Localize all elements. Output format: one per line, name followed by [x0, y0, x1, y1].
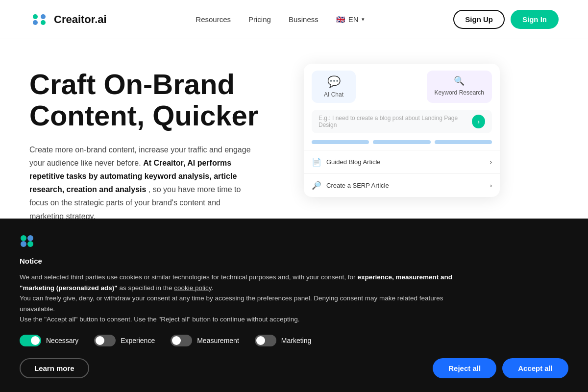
measurement-toggle[interactable]: [171, 335, 192, 346]
list-item-1-label: Guided Blog Article: [326, 158, 381, 166]
header-actions: Sign Up Sign In: [453, 10, 559, 29]
measurement-label: Measurement: [197, 337, 239, 344]
cookie-toggles: Necessary Experience Measurement Marketi…: [20, 335, 568, 346]
serp-icon: 🔎: [312, 181, 321, 190]
reject-all-button[interactable]: Reject all: [433, 358, 496, 378]
cookie-policy-link[interactable]: cookie policy: [174, 284, 211, 292]
nav-pricing[interactable]: Pricing: [248, 15, 271, 24]
svg-point-0: [33, 14, 38, 19]
ui-input-row[interactable]: E.g.: I need to create a blog post about…: [312, 110, 492, 133]
nav-resources[interactable]: Resources: [196, 15, 231, 24]
cookie-actions: Learn more Reject all Accept all: [20, 358, 568, 378]
document-icon: 📄: [312, 157, 321, 167]
logo-icon: [29, 10, 49, 29]
cookie-line2: You can freely give, deny, or withdraw y…: [20, 294, 443, 313]
ui-input-placeholder: E.g.: I need to create a blog post about…: [318, 115, 472, 128]
accept-all-button[interactable]: Accept all: [502, 358, 568, 378]
hero-right: 💬 AI Chat 🔍 Keyword Research E.g.: I nee…: [304, 64, 559, 223]
ai-chat-label: AI Chat: [324, 91, 343, 98]
keyword-research-badge: 🔍 Keyword Research: [427, 71, 492, 103]
header: Creaitor.ai Resources Pricing Business 🇬…: [0, 0, 588, 39]
cookie-logo-icon: [20, 234, 39, 247]
ui-card-top: 💬 AI Chat 🔍 Keyword Research: [304, 64, 500, 103]
ui-tabs: [304, 140, 500, 150]
necessary-toggle[interactable]: [20, 335, 41, 346]
necessary-label: Necessary: [46, 337, 78, 344]
list-item-2-left: 🔎 Create a SERP Article: [312, 181, 389, 190]
ai-chat-badge: 💬 AI Chat: [312, 71, 356, 103]
svg-point-1: [41, 14, 46, 19]
chevron-down-icon: ▾: [362, 16, 365, 23]
toggle-measurement: Measurement: [171, 335, 239, 346]
keyword-research-label: Keyword Research: [435, 89, 484, 96]
marketing-label: Marketing: [281, 337, 311, 344]
signup-button[interactable]: Sign Up: [453, 10, 505, 29]
search-icon: 🔍: [454, 75, 465, 86]
nav-language[interactable]: 🇬🇧 EN ▾: [336, 15, 365, 24]
tab-bar-1: [312, 140, 369, 144]
experience-toggle[interactable]: [94, 335, 116, 346]
list-item-2-label: Create a SERP Article: [326, 182, 389, 189]
learn-more-button[interactable]: Learn more: [20, 358, 89, 378]
svg-point-3: [41, 20, 46, 25]
experience-label: Experience: [121, 337, 155, 344]
tab-bar-3: [435, 140, 492, 144]
hero-description: Create more on-brand content, increase y…: [29, 143, 255, 223]
cookie-banner: Notice We and selected third parties use…: [0, 219, 588, 392]
logo-text: Creaitor.ai: [54, 13, 107, 26]
flag-icon: 🇬🇧: [336, 15, 345, 24]
svg-point-5: [27, 235, 33, 241]
chevron-right-icon: ›: [490, 158, 492, 166]
cookie-body-after: as specified in the: [119, 284, 172, 292]
main-nav: Resources Pricing Business 🇬🇧 EN ▾: [196, 15, 364, 24]
marketing-toggle[interactable]: [255, 335, 276, 346]
svg-point-7: [27, 241, 33, 247]
toggle-experience: Experience: [94, 335, 155, 346]
cookie-logo: [20, 234, 568, 249]
tab-bar-2: [373, 140, 430, 144]
toggle-marketing: Marketing: [255, 335, 311, 346]
list-item-1-left: 📄 Guided Blog Article: [312, 157, 381, 167]
cookie-body-normal: We and selected third parties use cookie…: [20, 273, 356, 281]
svg-point-4: [21, 235, 26, 241]
chevron-right-icon-2: ›: [490, 182, 492, 189]
hero-left: Craft On-Brand Content, Quicker Create m…: [29, 69, 284, 223]
svg-point-6: [21, 241, 26, 247]
list-item-1[interactable]: 📄 Guided Blog Article ›: [304, 150, 500, 173]
lang-label: EN: [348, 15, 359, 24]
svg-point-2: [33, 20, 38, 25]
cookie-right-buttons: Reject all Accept all: [433, 358, 568, 378]
ai-chat-icon: 💬: [327, 75, 341, 88]
ui-preview-card: 💬 AI Chat 🔍 Keyword Research E.g.: I nee…: [304, 64, 500, 197]
cookie-text: We and selected third parties use cookie…: [20, 272, 461, 325]
send-button[interactable]: ›: [472, 115, 485, 128]
nav-business[interactable]: Business: [289, 15, 318, 24]
toggle-necessary: Necessary: [20, 335, 78, 346]
cookie-line3: Use the "Accept all" button to consent. …: [20, 316, 300, 323]
hero-title: Craft On-Brand Content, Quicker: [29, 69, 284, 131]
logo[interactable]: Creaitor.ai: [29, 10, 107, 29]
cookie-notice-label: Notice: [20, 257, 568, 265]
main-content: Craft On-Brand Content, Quicker Create m…: [0, 39, 588, 223]
list-item-2[interactable]: 🔎 Create a SERP Article ›: [304, 173, 500, 197]
signin-button[interactable]: Sign In: [511, 10, 559, 29]
